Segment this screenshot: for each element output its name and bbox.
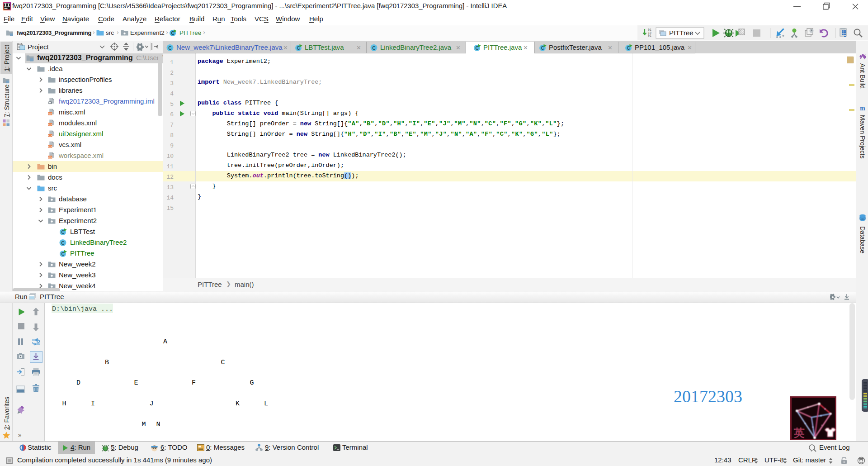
svg-text:m: m	[860, 105, 865, 112]
svg-text:英: 英	[793, 427, 805, 439]
svg-text:PITTree: PITTree	[669, 29, 693, 37]
svg-text:01: 01	[648, 34, 651, 38]
